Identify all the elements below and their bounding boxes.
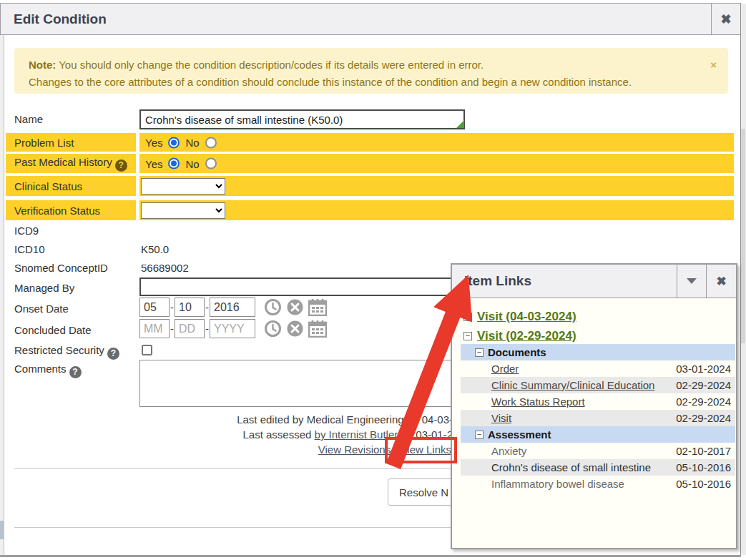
collapse-icon[interactable]: −: [475, 348, 484, 357]
help-icon[interactable]: ?: [107, 348, 119, 360]
visit-link[interactable]: Visit (04-03-2024): [477, 310, 576, 324]
comments-textarea[interactable]: [139, 360, 468, 407]
document-link[interactable]: Order: [491, 363, 519, 375]
problem-list-label: Problem List: [14, 137, 74, 149]
view-links-highlight-box: [385, 437, 457, 463]
item-links-popup: Item Links ✖ − Visit (04-03-2024) − Visi…: [451, 263, 737, 549]
managed-by-label: Managed By: [14, 282, 74, 294]
snomed-label: Snomed ConceptID: [14, 262, 108, 274]
document-link[interactable]: Visit: [491, 412, 511, 424]
pmh-no-radio[interactable]: [205, 158, 217, 170]
problem-list-yes-label: Yes: [145, 137, 162, 149]
note-line2: Changes to the core attributes of a cond…: [29, 74, 700, 91]
document-date: 02-29-2024: [676, 379, 731, 391]
verification-status-label: Verification Status: [14, 205, 100, 217]
clock-icon[interactable]: [264, 320, 282, 338]
pmh-value-cell: Yes No: [139, 154, 734, 173]
note-dismiss-icon[interactable]: ×: [710, 57, 717, 74]
right-scrollbar-thumb[interactable]: [741, 129, 745, 343]
concluded-day-input[interactable]: [175, 319, 205, 338]
popup-close-icon[interactable]: ✖: [706, 265, 736, 298]
concluded-month-input[interactable]: [139, 319, 170, 338]
clinical-status-label: Clinical Status: [14, 180, 82, 192]
popup-dropdown-button[interactable]: [677, 265, 706, 298]
name-resize-corner[interactable]: [456, 120, 464, 128]
documents-section-header: − Documents: [461, 344, 735, 360]
note-line1: Note: You should only change the conditi…: [29, 57, 700, 74]
icd9-label: ICD9: [14, 225, 39, 237]
clinical-status-select[interactable]: [141, 178, 225, 195]
assessment-row: Crohn's disease of small intestine 05-10…: [461, 459, 735, 476]
assessment-row: Inflammatory bowel disease 05-10-2016: [461, 476, 735, 492]
collapse-icon[interactable]: −: [463, 313, 472, 321]
name-input[interactable]: [139, 109, 465, 129]
section-title: Documents: [488, 346, 546, 358]
assessment-section-header: − Assessment: [461, 426, 735, 443]
document-link[interactable]: Work Status Report: [491, 396, 585, 408]
icd10-label: ICD10: [14, 243, 45, 255]
assessment-date: 05-10-2016: [676, 478, 731, 490]
visit-link[interactable]: Visit (02-29-2024): [477, 329, 576, 343]
item-links-title: Item Links: [464, 273, 531, 289]
document-date: 02-29-2024: [676, 412, 731, 424]
clinical-status-value-cell: [139, 176, 734, 196]
comments-label: Comments?: [14, 363, 82, 378]
last-edited-text: Last edited by Medical Engineering on 04…: [179, 412, 453, 427]
assessment-row: Anxiety 02-10-2017: [461, 443, 735, 459]
visit-link-row: − Visit (02-29-2024): [463, 326, 576, 345]
dialog-titlebar: Edit Condition ✖: [0, 3, 741, 35]
close-icon[interactable]: ✖: [711, 4, 740, 34]
onset-year-input[interactable]: [210, 298, 255, 317]
visit-link-row: − Visit (04-03-2024): [463, 307, 576, 326]
help-icon[interactable]: ?: [69, 366, 82, 378]
onset-month-input[interactable]: [139, 298, 170, 317]
dialog-title: Edit Condition: [14, 11, 107, 27]
item-links-header: Item Links ✖: [452, 265, 736, 298]
snomed-value: 56689002: [141, 262, 189, 274]
icd10-value: K50.0: [141, 243, 169, 255]
left-scrollbar[interactable]: [0, 35, 4, 555]
clinical-status-label-cell: Clinical Status: [6, 176, 136, 196]
assessment-date: 05-10-2016: [676, 461, 731, 473]
problem-list-value-cell: Yes No: [139, 133, 734, 152]
pmh-yes-radio[interactable]: [168, 158, 180, 170]
right-scrollbar[interactable]: [740, 4, 746, 555]
calendar-icon[interactable]: [308, 298, 327, 316]
left-scrollbar-thumb[interactable]: [0, 521, 4, 539]
problem-list-no-radio[interactable]: [205, 137, 217, 148]
document-date: 02-29-2024: [676, 396, 731, 408]
clear-date-icon[interactable]: [286, 320, 304, 338]
managed-by-input[interactable]: [139, 277, 468, 296]
assessment-item: Anxiety: [491, 445, 526, 457]
note-label: Note:: [29, 59, 56, 71]
pmh-label: Past Medical History?: [14, 156, 127, 172]
note-banner: Note: You should only change the conditi…: [14, 48, 728, 94]
clock-icon[interactable]: [264, 298, 282, 316]
document-row: Visit 02-29-2024: [461, 410, 735, 426]
document-link[interactable]: Clinic Summary/Clinical Education: [491, 379, 654, 391]
pmh-label-cell: Past Medical History?: [6, 154, 136, 173]
concluded-year-input[interactable]: [210, 319, 255, 338]
verification-status-select[interactable]: [141, 202, 225, 219]
problem-list-label-cell: Problem List: [6, 133, 136, 152]
pmh-no-label: No: [185, 157, 199, 170]
problem-list-yes-radio[interactable]: [168, 137, 180, 148]
pmh-yes-label: Yes: [145, 157, 162, 170]
document-row: Order 03-01-2024: [461, 360, 735, 377]
calendar-icon[interactable]: [308, 320, 327, 338]
collapse-icon[interactable]: −: [475, 431, 484, 439]
chevron-down-icon: [687, 278, 697, 284]
onset-day-input[interactable]: [175, 298, 205, 317]
assessment-date: 02-10-2017: [676, 445, 731, 457]
concluded-date-label: Concluded Date: [14, 324, 92, 336]
onset-date-group: - -: [139, 298, 327, 317]
restricted-security-checkbox[interactable]: [142, 345, 152, 355]
restricted-security-label: Restricted Security?: [14, 344, 119, 360]
assessment-item: Inflammatory bowel disease: [491, 478, 624, 490]
help-icon[interactable]: ?: [115, 159, 127, 172]
collapse-icon[interactable]: −: [463, 332, 472, 340]
section-title: Assessment: [488, 428, 551, 441]
document-row: Work Status Report 02-29-2024: [461, 393, 735, 410]
view-revisions-link[interactable]: View Revisions: [318, 443, 391, 456]
clear-date-icon[interactable]: [286, 298, 304, 316]
